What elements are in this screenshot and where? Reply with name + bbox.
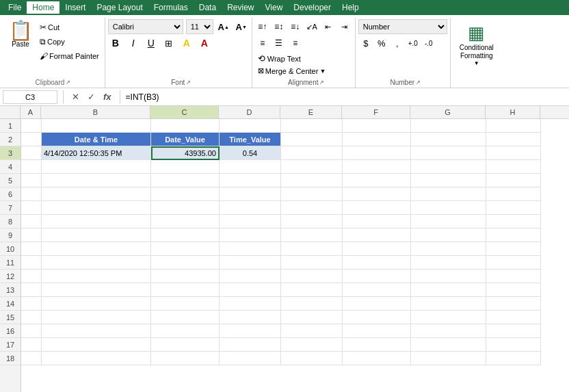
cell-b14[interactable]: [42, 297, 151, 311]
cell-a9[interactable]: [21, 228, 42, 242]
row-number-17[interactable]: 17: [0, 338, 21, 352]
cell-g11[interactable]: [411, 256, 486, 270]
cancel-formula-button[interactable]: ✕: [69, 90, 82, 104]
cell-b10[interactable]: [42, 242, 151, 256]
cell-a17[interactable]: [21, 338, 42, 352]
cell-f11[interactable]: [343, 256, 411, 270]
cell-a16[interactable]: [21, 324, 42, 338]
row-number-11[interactable]: 11: [0, 256, 21, 270]
cell-f12[interactable]: [343, 270, 411, 283]
cell-d1[interactable]: [220, 119, 281, 133]
cell-g9[interactable]: [411, 228, 486, 242]
cell-c5[interactable]: [151, 174, 220, 187]
col-header-f[interactable]: F: [342, 106, 410, 118]
cell-h11[interactable]: [486, 256, 541, 270]
cell-h10[interactable]: [486, 242, 541, 256]
number-expand-icon[interactable]: ↗: [416, 79, 421, 86]
cell-g18[interactable]: [411, 352, 486, 365]
cell-d4[interactable]: [220, 160, 281, 174]
cell-a12[interactable]: [21, 270, 42, 283]
cell-a2[interactable]: [21, 133, 42, 146]
cell-h15[interactable]: [486, 311, 541, 324]
italic-button[interactable]: I: [126, 36, 141, 51]
cell-c14[interactable]: [151, 297, 220, 311]
cell-g3[interactable]: [411, 146, 486, 160]
cell-a8[interactable]: [21, 215, 42, 228]
cell-a4[interactable]: [21, 160, 42, 174]
cell-e6[interactable]: [281, 187, 343, 201]
comma-button[interactable]: ,: [390, 36, 405, 51]
cell-d10[interactable]: [220, 242, 281, 256]
dollar-button[interactable]: $: [358, 36, 373, 51]
cell-b3[interactable]: 4/14/2020 12:50:35 PM: [42, 146, 151, 160]
menu-review[interactable]: Review: [222, 1, 259, 14]
cell-b8[interactable]: [42, 215, 151, 228]
cell-a18[interactable]: [21, 352, 42, 365]
cell-d3[interactable]: 0.54: [220, 146, 281, 160]
cell-h13[interactable]: [486, 283, 541, 297]
row-number-10[interactable]: 10: [0, 242, 21, 256]
copy-button[interactable]: ⧉ Copy: [37, 35, 102, 49]
cell-e14[interactable]: [281, 297, 343, 311]
cell-e5[interactable]: [281, 174, 343, 187]
conditional-formatting-button[interactable]: ▦ ConditionalFormatting ▼: [453, 19, 500, 70]
increase-decimal-button[interactable]: +.0: [406, 36, 421, 51]
cell-a3[interactable]: [21, 146, 42, 160]
cell-a11[interactable]: [21, 256, 42, 270]
menu-data[interactable]: Data: [194, 1, 222, 14]
cell-c2[interactable]: Date_Value: [151, 133, 220, 146]
align-left-button[interactable]: ≡: [255, 36, 270, 51]
cell-f6[interactable]: [343, 187, 411, 201]
font-size-select[interactable]: 11: [186, 19, 213, 34]
cell-c4[interactable]: [151, 160, 220, 174]
insert-function-button[interactable]: fx: [101, 90, 114, 104]
col-header-b[interactable]: B: [41, 106, 150, 118]
cell-c9[interactable]: [151, 228, 220, 242]
col-header-a[interactable]: A: [21, 106, 41, 118]
cell-c18[interactable]: [151, 352, 220, 365]
alignment-expand-icon[interactable]: ↗: [319, 79, 324, 86]
cell-e1[interactable]: [281, 119, 343, 133]
align-right-button[interactable]: ≡: [288, 36, 303, 51]
cell-c16[interactable]: [151, 324, 220, 338]
col-header-h[interactable]: H: [486, 106, 540, 118]
cell-b1[interactable]: [42, 119, 151, 133]
borders-button[interactable]: ⊞: [161, 36, 176, 51]
align-center-button[interactable]: ☰: [272, 36, 287, 51]
cell-e4[interactable]: [281, 160, 343, 174]
confirm-formula-button[interactable]: ✓: [85, 90, 98, 104]
cell-e3[interactable]: [281, 146, 343, 160]
cell-g15[interactable]: [411, 311, 486, 324]
cell-g6[interactable]: [411, 187, 486, 201]
cell-e9[interactable]: [281, 228, 343, 242]
cell-f8[interactable]: [343, 215, 411, 228]
cell-d8[interactable]: [220, 215, 281, 228]
paste-button[interactable]: 📋 Paste: [4, 18, 37, 51]
cell-g13[interactable]: [411, 283, 486, 297]
text-direction-button[interactable]: ↙A: [304, 19, 319, 34]
cell-f13[interactable]: [343, 283, 411, 297]
percent-button[interactable]: %: [374, 36, 389, 51]
cell-d17[interactable]: [220, 338, 281, 352]
row-number-16[interactable]: 16: [0, 324, 21, 338]
cell-e8[interactable]: [281, 215, 343, 228]
cell-a13[interactable]: [21, 283, 42, 297]
cell-e2[interactable]: [281, 133, 343, 146]
row-number-3[interactable]: 3: [0, 146, 21, 160]
cell-h12[interactable]: [486, 270, 541, 283]
cell-e18[interactable]: [281, 352, 343, 365]
cell-d11[interactable]: [220, 256, 281, 270]
cell-f14[interactable]: [343, 297, 411, 311]
font-name-select[interactable]: Calibri: [108, 19, 183, 34]
cell-a5[interactable]: [21, 174, 42, 187]
cell-b18[interactable]: [42, 352, 151, 365]
cut-button[interactable]: ✂ Cut: [37, 21, 102, 34]
font-color-button[interactable]: A: [197, 36, 212, 51]
cell-g14[interactable]: [411, 297, 486, 311]
cell-b6[interactable]: [42, 187, 151, 201]
cell-g4[interactable]: [411, 160, 486, 174]
cell-c3[interactable]: 43935.00: [151, 146, 220, 160]
font-expand-icon[interactable]: ↗: [186, 79, 191, 86]
cell-c11[interactable]: [151, 256, 220, 270]
cell-g12[interactable]: [411, 270, 486, 283]
